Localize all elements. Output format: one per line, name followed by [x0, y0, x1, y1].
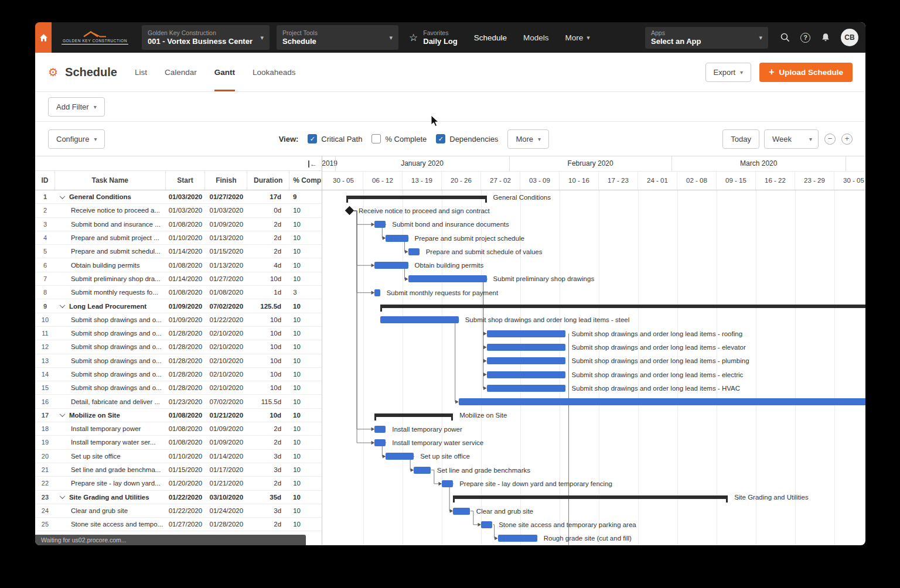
task-bar[interactable] — [459, 398, 865, 405]
table-row[interactable]: 21Set line and grade benchma...01/15/202… — [35, 463, 322, 477]
task-bar[interactable] — [498, 535, 537, 542]
task-bar[interactable] — [481, 521, 492, 528]
task-bar[interactable] — [487, 371, 565, 378]
company-logo[interactable]: Golden Key Construction — [52, 22, 138, 53]
add-filter-button[interactable]: Add Filter ▾ — [48, 97, 105, 117]
task-bar[interactable] — [374, 221, 386, 228]
today-button[interactable]: Today — [722, 129, 759, 149]
table-row[interactable]: 22Prepare site - lay down yard...01/20/2… — [35, 477, 322, 490]
search-icon[interactable] — [780, 32, 790, 43]
duration: 2d — [247, 425, 289, 432]
table-row[interactable]: 15Submit shop drawings and o...01/28/202… — [35, 381, 322, 395]
zoom-out-button[interactable]: − — [824, 134, 836, 145]
task-bar[interactable] — [408, 275, 487, 282]
table-row[interactable]: 3Submit bond and insurance ...01/08/2020… — [35, 218, 322, 231]
task-bar[interactable] — [374, 289, 380, 296]
table-row[interactable]: 18Install temporary power01/08/202001/09… — [35, 422, 322, 436]
export-button[interactable]: Export ▾ — [705, 63, 752, 82]
table-row[interactable]: 9Long Lead Procurement01/09/202007/02/20… — [35, 299, 322, 313]
table-row[interactable]: 10Submit shop drawings and o...01/09/202… — [35, 313, 322, 327]
table-row[interactable]: 23Site Grading and Utilities01/22/202003… — [35, 491, 322, 504]
dependencies-checkbox[interactable]: ✓ Dependencies — [436, 134, 498, 143]
collapse-grid-icon[interactable]: ← — [308, 160, 317, 167]
table-row[interactable]: 25Stone site access and tempo...01/27/20… — [35, 518, 322, 531]
tab-list[interactable]: List — [135, 53, 147, 91]
week-label: 02 - 08 — [677, 172, 717, 190]
home-button[interactable] — [35, 22, 52, 53]
table-row[interactable]: 17Mobilize on Site01/08/202001/21/202010… — [35, 409, 322, 422]
nav-schedule[interactable]: Schedule — [474, 22, 507, 53]
column-header-percent[interactable]: % Compl — [289, 171, 322, 190]
table-row[interactable]: 24Clear and grub site01/22/202001/24/202… — [35, 504, 322, 518]
task-bar[interactable] — [442, 480, 453, 487]
project-tools-selector[interactable]: Project Tools Schedule ▾ — [277, 25, 398, 50]
nav-more[interactable]: More ▾ — [565, 22, 590, 53]
task-bar[interactable] — [374, 426, 386, 433]
task-bar[interactable] — [414, 467, 431, 474]
percent-complete-checkbox[interactable]: % Complete — [371, 134, 427, 143]
summary-bar[interactable] — [380, 305, 865, 308]
help-icon[interactable]: ? — [800, 33, 810, 43]
project-selector[interactable]: Golden Key Construction 001 - Vortex Bus… — [142, 25, 270, 50]
critical-path-checkbox[interactable]: ✓ Critical Path — [308, 134, 362, 143]
task-bar[interactable] — [487, 344, 565, 351]
task-bar[interactable] — [380, 316, 459, 323]
tab-lookaheads[interactable]: Lookaheads — [253, 53, 296, 91]
column-header-start[interactable]: Start — [166, 171, 206, 190]
percent-complete: 10 — [289, 453, 322, 460]
table-row[interactable]: 11Submit shop drawings and o...01/28/202… — [35, 327, 322, 340]
dependency-line — [455, 320, 459, 402]
table-row[interactable]: 5Prepare and submit schedul...01/14/2020… — [35, 245, 322, 258]
avatar[interactable]: CB — [841, 29, 858, 46]
favorites-star-icon[interactable]: ☆ — [409, 32, 418, 44]
task-bar[interactable] — [487, 385, 565, 392]
table-row[interactable]: 12Submit shop drawings and o...01/28/202… — [35, 340, 322, 354]
table-row[interactable]: 7Submit preliminary shop dra...01/14/202… — [35, 272, 322, 286]
task-bar[interactable] — [487, 357, 565, 364]
upload-schedule-button[interactable]: + Upload Schedule — [759, 63, 853, 82]
column-header-name[interactable]: Task Name — [55, 171, 166, 190]
summary-bar[interactable] — [346, 196, 486, 199]
nav-models[interactable]: Models — [523, 22, 549, 53]
task-bar[interactable] — [386, 453, 414, 460]
summary-bar[interactable] — [374, 413, 453, 417]
table-row[interactable]: 1General Conditions01/03/202001/27/20201… — [35, 190, 322, 204]
table-row[interactable]: 13Submit shop drawings and o...01/28/202… — [35, 354, 322, 368]
row-id: 6 — [35, 262, 55, 269]
collapse-caret-icon[interactable] — [59, 303, 65, 309]
task-bar[interactable] — [487, 330, 565, 337]
table-row[interactable]: 14Submit shop drawings and o...01/28/202… — [35, 368, 322, 381]
more-button[interactable]: More ▾ — [507, 129, 549, 149]
table-row[interactable]: 20Set up site office01/10/202001/14/2020… — [35, 450, 322, 463]
zoom-in-button[interactable]: + — [841, 134, 853, 145]
apps-selector[interactable]: Apps Select an App ▾ — [645, 27, 768, 49]
table-row[interactable]: 2Receive notice to proceed a...01/03/202… — [35, 204, 322, 217]
table-row[interactable]: 6Obtain building permits01/08/202001/13/… — [35, 258, 322, 272]
column-header-finish[interactable]: Finish — [205, 171, 247, 190]
configure-button[interactable]: Configure ▾ — [48, 129, 105, 149]
table-row[interactable]: 16Detail, fabricate and deliver ...01/23… — [35, 395, 322, 408]
summary-bar[interactable] — [453, 495, 728, 499]
collapse-caret-icon[interactable] — [59, 494, 65, 500]
favorites-daily-log[interactable]: Favorites Daily Log — [423, 29, 458, 46]
task-bar[interactable] — [374, 262, 408, 269]
finish-date: 07/02/2020 — [205, 398, 247, 405]
column-header-duration[interactable]: Duration — [247, 171, 289, 190]
table-row[interactable]: 8Submit monthly requests fo...01/08/2020… — [35, 286, 322, 299]
task-bar[interactable] — [386, 235, 408, 242]
week-scale-select[interactable]: Week ▾ — [764, 129, 819, 149]
gantt-chart-body[interactable]: General ConditionsReceive notice to proc… — [322, 190, 865, 545]
task-bar[interactable] — [374, 439, 386, 446]
gear-icon[interactable]: ⚙ — [48, 66, 58, 79]
notifications-bell-icon[interactable] — [820, 32, 831, 43]
collapse-caret-icon[interactable] — [59, 412, 65, 418]
table-row[interactable]: 19Install temporary water ser...01/08/20… — [35, 436, 322, 449]
task-bar[interactable] — [408, 248, 420, 255]
task-bar[interactable] — [453, 508, 470, 515]
collapse-caret-icon[interactable] — [59, 193, 65, 199]
start-date: 01/28/2020 — [166, 330, 206, 337]
tab-calendar[interactable]: Calendar — [165, 53, 197, 91]
tab-gantt[interactable]: Gantt — [214, 53, 235, 91]
table-row[interactable]: 4Prepare and submit project ...01/10/202… — [35, 231, 322, 245]
column-header-id[interactable]: ID — [35, 171, 55, 190]
